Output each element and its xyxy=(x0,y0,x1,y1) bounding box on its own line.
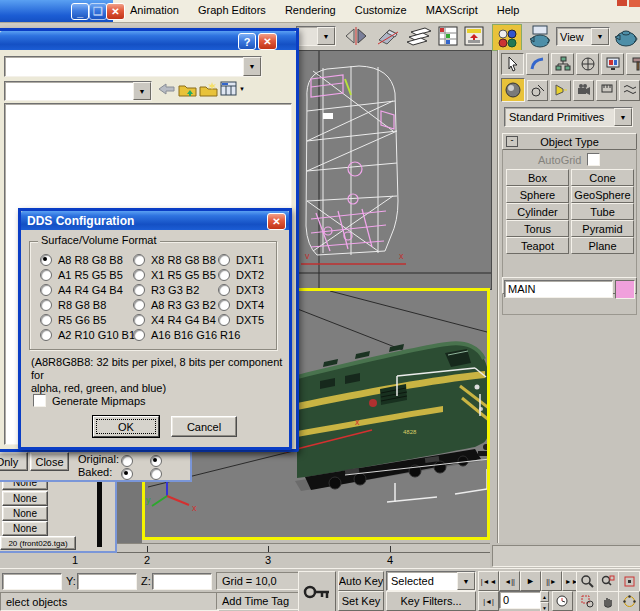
menu-maxscript[interactable]: MAXScript xyxy=(418,1,486,19)
menu-animation[interactable]: Animation xyxy=(122,1,187,19)
object-color-swatch[interactable] xyxy=(615,280,635,299)
tab-display[interactable] xyxy=(601,53,624,75)
baked-views-radio[interactable] xyxy=(121,468,133,480)
category-cameras[interactable] xyxy=(573,80,594,101)
view-menu-icon[interactable]: ▼ xyxy=(220,81,245,96)
render-view-dropdown[interactable]: View ▼ xyxy=(556,27,610,46)
render-icon[interactable] xyxy=(613,26,639,48)
ok-button[interactable]: OK xyxy=(93,416,159,437)
layer-manager-icon[interactable] xyxy=(405,24,433,48)
autogrid-checkbox[interactable] xyxy=(587,153,600,166)
mirror-icon[interactable] xyxy=(344,26,368,46)
radio-a1r5g5b5[interactable] xyxy=(40,269,52,281)
radio-r3g3b2[interactable] xyxy=(133,284,145,296)
radio-a8r8g8b8[interactable] xyxy=(40,254,52,266)
set-key-button[interactable]: Set Key xyxy=(338,591,384,611)
play-button[interactable]: ► xyxy=(520,571,541,591)
key-filters-button[interactable]: Key Filters... xyxy=(386,591,476,611)
radio-dxt5[interactable] xyxy=(218,314,230,326)
zoom-extents-all-button[interactable] xyxy=(576,591,598,611)
menu-customize[interactable]: Customize xyxy=(347,1,415,19)
key-mode-toggle[interactable]: |◄| xyxy=(478,591,499,611)
tab-utilities[interactable] xyxy=(626,53,640,75)
menu-rendering[interactable]: Rendering xyxy=(277,1,344,19)
map-file-button[interactable]: 20 (front026.tga) xyxy=(0,536,76,550)
close-button[interactable]: Close xyxy=(30,452,69,471)
zoom-all-button[interactable] xyxy=(597,571,619,592)
time-configuration-button[interactable] xyxy=(552,591,573,611)
tab-motion[interactable] xyxy=(576,53,599,75)
radio-a16b16g16r16[interactable] xyxy=(133,329,145,341)
radio-a2r10g10b10[interactable] xyxy=(40,329,52,341)
button-cylinder[interactable]: Cylinder xyxy=(506,203,569,220)
y-coordinate-field[interactable] xyxy=(77,573,137,590)
spinner-down-icon[interactable]: ▼ xyxy=(540,602,549,611)
category-helpers[interactable] xyxy=(596,80,617,101)
radio-dxt3[interactable] xyxy=(218,284,230,296)
chevron-down-icon[interactable]: ▼ xyxy=(243,57,261,76)
primitives-dropdown[interactable]: Standard Primitives ▼ xyxy=(504,107,633,127)
dds-dialog-titlebar[interactable]: DDS Configuration ✕ xyxy=(21,211,289,230)
map-slot-button[interactable]: None xyxy=(2,491,48,506)
schematic-view-icon[interactable] xyxy=(463,25,485,47)
auto-key-button[interactable]: Auto Key xyxy=(338,571,384,591)
category-geometry[interactable] xyxy=(501,78,525,102)
button-box[interactable]: Box xyxy=(506,169,569,186)
map-slot-button[interactable]: None xyxy=(2,506,48,521)
radio-a8r3g3b2[interactable] xyxy=(133,299,145,311)
button-tube[interactable]: Tube xyxy=(571,203,634,220)
set-key-toggle-button[interactable] xyxy=(298,571,336,611)
arc-rotate-button[interactable] xyxy=(618,591,640,611)
current-frame-field[interactable]: 0 xyxy=(499,591,541,609)
menu-graph-editors[interactable]: Graph Editors xyxy=(190,1,274,19)
button-cone[interactable]: Cone xyxy=(571,169,634,186)
history-dropdown[interactable]: ▼ xyxy=(4,56,262,77)
zoom-extents-button[interactable] xyxy=(618,571,640,592)
chevron-down-icon[interactable]: ▼ xyxy=(614,108,632,126)
snaps-toggle-icon[interactable] xyxy=(492,24,522,51)
zoom-button[interactable] xyxy=(576,571,598,592)
button-plane[interactable]: Plane xyxy=(571,237,634,254)
map-slot-button[interactable]: None xyxy=(2,521,48,536)
generate-mipmaps-checkbox[interactable] xyxy=(33,394,46,407)
button-torus[interactable]: Torus xyxy=(506,220,569,237)
close-icon[interactable]: ✕ xyxy=(258,33,277,50)
tab-hierarchy[interactable] xyxy=(551,53,574,75)
radio-r5g6b5[interactable] xyxy=(40,314,52,326)
chevron-down-icon[interactable]: ▼ xyxy=(317,27,335,45)
slider-bar[interactable] xyxy=(97,479,102,547)
radio-r8g8b8[interactable] xyxy=(40,299,52,311)
previous-frame-button[interactable]: ◄|| xyxy=(499,571,520,591)
selection-set-dropdown[interactable]: Selected ▼ xyxy=(386,571,476,591)
maximize-button[interactable]: ❏ xyxy=(89,3,107,20)
frame-spinner[interactable]: ▲ ▼ xyxy=(540,591,549,609)
close-icon[interactable]: ✕ xyxy=(267,213,286,230)
back-icon[interactable] xyxy=(158,82,176,97)
radio-x1r5g5b5[interactable] xyxy=(133,269,145,281)
z-coordinate-field[interactable] xyxy=(152,573,212,590)
up-folder-icon[interactable] xyxy=(178,81,197,98)
collapse-icon[interactable]: - xyxy=(506,136,518,147)
tab-modify[interactable] xyxy=(526,53,549,75)
cancel-button[interactable]: Cancel xyxy=(171,416,237,437)
radio-dxt4[interactable] xyxy=(218,299,230,311)
render-type-icon[interactable] xyxy=(527,25,553,48)
look-in-dropdown[interactable]: ▼ xyxy=(4,81,152,101)
chevron-down-icon[interactable]: ▼ xyxy=(239,86,245,92)
spinner-up-icon[interactable]: ▲ xyxy=(540,591,549,602)
pan-button[interactable] xyxy=(597,591,619,611)
go-to-start-button[interactable]: |◄◄ xyxy=(478,571,499,591)
radio-dxt2[interactable] xyxy=(218,269,230,281)
radio-dxt1[interactable] xyxy=(218,254,230,266)
viewport-left-sliver[interactable] xyxy=(115,478,142,552)
x-coordinate-field[interactable] xyxy=(2,573,62,590)
button-pyramid[interactable]: Pyramid xyxy=(571,220,634,237)
object-name-field[interactable]: MAIN xyxy=(504,280,613,298)
curve-editor-icon[interactable] xyxy=(437,25,459,47)
next-frame-button[interactable]: ||► xyxy=(541,571,562,591)
minimize-button[interactable]: _ xyxy=(71,3,89,20)
button-geosphere[interactable]: GeoSphere xyxy=(571,186,634,203)
category-spacewarps[interactable] xyxy=(619,80,640,101)
rollout-object-type[interactable]: - Object Type xyxy=(502,133,637,150)
tab-create[interactable] xyxy=(501,53,524,75)
